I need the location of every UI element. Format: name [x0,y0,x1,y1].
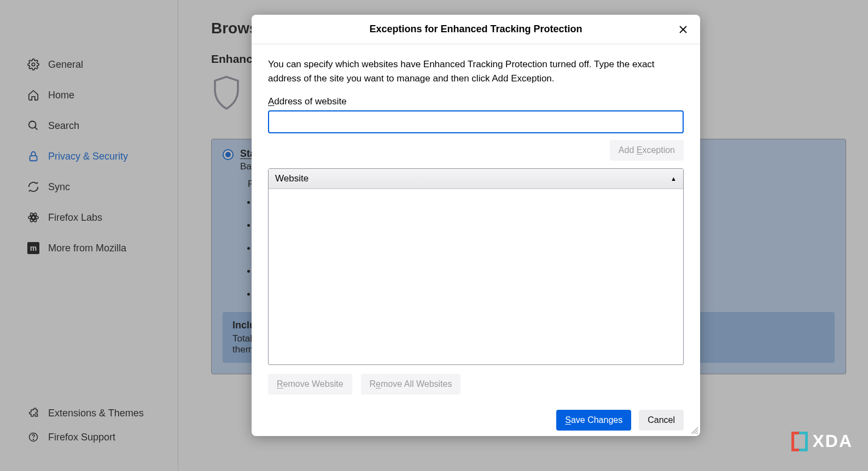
add-exception-button[interactable]: Add Exception [610,140,684,161]
sidebar-label: Search [48,120,79,132]
sidebar-label: More from Mozilla [48,243,126,254]
sidebar-label: Firefox Support [48,432,115,443]
svg-point-4 [32,216,35,219]
xda-watermark: XDA [791,431,853,451]
sidebar-label: Home [48,90,74,101]
radio-standard[interactable] [223,149,234,160]
sidebar-bottom: Extensions & Themes Firefox Support [0,401,178,449]
sidebar-label: Extensions & Themes [48,408,144,419]
svg-rect-3 [30,156,37,161]
svg-line-14 [697,433,698,434]
sidebar-label: Sync [48,181,70,193]
puzzle-icon [27,407,39,419]
address-input[interactable] [268,110,684,133]
website-list[interactable]: Website ▲ [268,168,684,365]
dialog-title: Exceptions for Enhanced Tracking Protect… [252,15,700,44]
sidebar-item-search[interactable]: Search [0,110,178,141]
lock-icon [27,150,39,162]
shield-icon [211,73,242,114]
exceptions-dialog: Exceptions for Enhanced Tracking Protect… [252,15,700,436]
sidebar-item-labs[interactable]: Firefox Labs [0,202,178,233]
labs-icon [27,211,39,223]
cancel-button[interactable]: Cancel [639,410,684,431]
sidebar-item-general[interactable]: General [0,49,178,80]
remove-website-button[interactable]: Remove Website [268,374,352,395]
mozilla-icon: m [27,242,39,254]
sidebar-item-privacy[interactable]: Privacy & Security [0,141,178,172]
svg-line-2 [35,127,38,130]
dialog-description: You can specify which websites have Enha… [268,57,684,86]
list-body [269,189,683,364]
sidebar-item-mozilla[interactable]: m More from Mozilla [0,233,178,263]
svg-point-9 [33,439,34,440]
address-label: Address of website [268,96,684,107]
svg-point-0 [32,63,35,66]
sidebar: General Home Search Privacy & Security S… [0,0,178,471]
svg-point-1 [29,121,36,128]
sync-icon [27,181,39,193]
sort-arrow-icon: ▲ [671,175,677,182]
search-icon [27,120,39,132]
home-icon [27,89,39,101]
close-button[interactable] [676,22,690,37]
remove-all-websites-button[interactable]: Remove All Websites [361,374,461,395]
sidebar-item-support[interactable]: Firefox Support [0,425,178,449]
list-column-header[interactable]: Website ▲ [269,169,683,189]
sidebar-item-extensions[interactable]: Extensions & Themes [0,401,178,425]
gear-icon [27,58,39,70]
sidebar-label: Firefox Labs [48,212,102,223]
save-changes-button[interactable]: Save Changes [556,410,631,431]
sidebar-item-home[interactable]: Home [0,80,178,110]
sidebar-label: General [48,59,83,70]
help-icon [27,431,39,443]
sidebar-item-sync[interactable]: Sync [0,172,178,202]
resize-grip[interactable] [690,426,698,434]
sidebar-label: Privacy & Security [48,151,128,162]
